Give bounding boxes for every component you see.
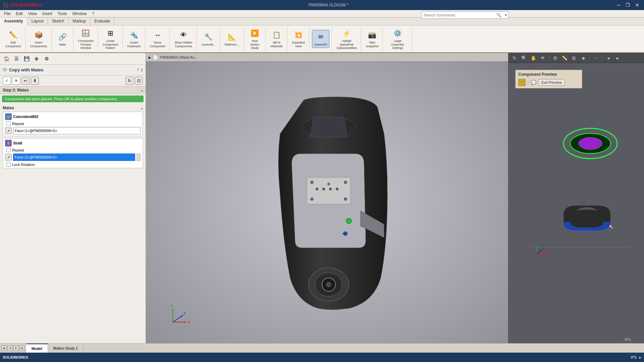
menu-help[interactable]: ? (90, 11, 97, 17)
step-collapse-btn[interactable]: ▴ (141, 88, 143, 92)
ribbon-edit-component[interactable]: ✏️ EditComponent (3, 28, 23, 50)
lock-rotation-label: Lock Rotation (12, 163, 35, 167)
svg-marker-18 (184, 321, 186, 323)
menu-tools[interactable]: Tools (55, 11, 70, 17)
ribbon-reference[interactable]: 📐 Referenc... (223, 30, 241, 48)
preview-svg: X Y Z (530, 103, 631, 271)
panel-home-btn[interactable]: 🏠 (2, 54, 11, 63)
mates-collapse-btn[interactable]: ▴ (141, 106, 143, 110)
cancel-button[interactable]: ✕ (12, 77, 20, 85)
ribbon-large-assembly[interactable]: ⚙️ Large AssemblySettings (385, 26, 410, 51)
large-assembly-icon: ⚙️ (392, 28, 403, 39)
show-hidden-label: Show HiddenComponents (174, 41, 193, 48)
rp-settings-btn[interactable]: ⚙ (551, 54, 559, 62)
ribbon-assembly[interactable]: 🔧 Assembl... (200, 30, 218, 48)
title-bar-controls: ─ ❐ ✕ (615, 2, 641, 8)
instant3d-label: Instant3D (314, 43, 327, 47)
ribbon-take-snapshot[interactable]: 📸 TakeSnapshot (364, 28, 380, 50)
tab-first-btn[interactable]: |◂ (1, 346, 7, 351)
ribbon-new-motion-study[interactable]: ▶️ NewMotionStudy (247, 26, 263, 51)
panel-target-btn[interactable]: ⊕ (32, 54, 41, 63)
viewport-canvas[interactable]: X Y Z (146, 62, 508, 343)
rp-rotate-btn[interactable]: ↻ (511, 54, 519, 62)
panel-list-btn[interactable]: ☰ (12, 54, 21, 63)
ribbon-mate[interactable]: 🔗 Mate (54, 30, 71, 48)
menu-insert[interactable]: Insert (40, 11, 55, 17)
cwm-info-icon[interactable]: ℹ (141, 68, 143, 72)
rp-more-btn[interactable]: ⋯ (592, 54, 600, 62)
back-button[interactable]: ↩ (21, 77, 30, 85)
panel-settings-btn[interactable]: ⚙ (42, 54, 51, 63)
mate-icon: 🔗 (57, 32, 68, 42)
coincident-face-input[interactable] (13, 127, 141, 134)
menu-window[interactable]: Window (70, 11, 90, 17)
assembly-label: Assembl... (202, 43, 216, 47)
slot-name-row: S Slot8 (5, 140, 141, 146)
ribbon-bill-of-materials[interactable]: 📋 Bill ofMaterials (268, 28, 285, 50)
menu-file[interactable]: File (1, 11, 13, 17)
search-input[interactable] (422, 12, 494, 18)
ribbon-linear-pattern[interactable]: ⊞ LinearComponentPattern (101, 26, 120, 51)
viewport-expand-icon[interactable]: ▸ (149, 55, 151, 60)
slot-face-btn[interactable]: ↗ (5, 154, 12, 161)
minimize-button[interactable]: ─ (615, 2, 622, 8)
expand-button[interactable]: ⊡ (135, 77, 143, 85)
rp-pan-btn[interactable]: ✋ (529, 54, 537, 62)
rp-display-btn[interactable]: ◈ (579, 54, 587, 62)
ribbon-move-component[interactable]: ↔️ MoveComponent (148, 28, 168, 50)
rp-arrow-right-btn[interactable]: ▸ (613, 54, 622, 62)
ribbon-instant3d[interactable]: 3D Instant3D (312, 30, 330, 48)
ribbon-smart-fasteners[interactable]: 🔩 SmartFasteners (125, 28, 143, 50)
svg-point-3 (310, 197, 314, 201)
search-dropdown-icon[interactable]: ▾ (503, 13, 508, 17)
tab-layout[interactable]: Layout (28, 17, 48, 25)
tab-markup[interactable]: Markup (68, 17, 90, 25)
rp-sep2 (589, 55, 590, 61)
cp-icon-btn[interactable]: 🔧 (518, 79, 526, 86)
ribbon-component-preview-window[interactable]: 🪟 ComponentPreviewWindow (76, 26, 96, 51)
svg-text:Z: Z (542, 247, 544, 251)
tab-prev-btn[interactable]: ◂ (7, 346, 13, 351)
ribbon-update-speedpak[interactable]: ⚡ Update SpeedPakSubassemblies (334, 26, 359, 51)
rp-measure-btn[interactable]: 📏 (560, 54, 569, 62)
tab-sketch[interactable]: Sketch (48, 17, 69, 25)
exit-preview-button[interactable]: Exit Preview (538, 79, 565, 86)
coincident-repeat-checkbox[interactable] (6, 121, 11, 126)
slot-repeat-checkbox[interactable] (6, 148, 11, 152)
menu-edit[interactable]: Edit (13, 11, 25, 17)
refresh-button[interactable]: ↻ (125, 77, 133, 85)
tab-last-btn[interactable]: ▸| (19, 346, 25, 351)
ribbon-show-hidden[interactable]: 👁 Show HiddenComponents (172, 28, 195, 50)
search-bar[interactable]: 🔍 ▾ (421, 11, 508, 19)
tab-next-btn[interactable]: ▸ (13, 346, 19, 351)
ribbon-exploded-view[interactable]: 💥 ExplodedView (290, 28, 307, 50)
restore-button[interactable]: ❐ (624, 2, 632, 8)
close-button[interactable]: ✕ (633, 2, 641, 8)
sw-app-label: SOLIDWORKS (3, 355, 28, 359)
slot-scrollbar[interactable] (137, 154, 141, 161)
tab-assembly[interactable]: Assembly (0, 17, 28, 25)
viewport: ▸ 📄 PM009664 (Waist As... (146, 53, 508, 343)
lock-rotation-checkbox[interactable] (6, 162, 11, 167)
step-header: Step 2: Mates ▴ (0, 86, 146, 94)
ribbon-insert-components[interactable]: 📦 InsertComponents (28, 28, 49, 50)
rp-arrow-left-btn[interactable]: ◂ (604, 54, 612, 62)
cwm-help-icon[interactable]: ? (137, 68, 139, 72)
rp-view-btn[interactable]: 👁 (539, 54, 547, 62)
rp-zoom-btn[interactable]: 🔍 (520, 54, 528, 62)
ribbon-group-show-hidden: 👁 Show HiddenComponents (170, 27, 197, 51)
panel-save-btn[interactable]: 💾 (22, 54, 31, 63)
tab-model[interactable]: Model (26, 344, 48, 353)
tab-evaluate[interactable]: Evaluate (90, 17, 114, 25)
coincident-face-btn[interactable]: ↗ (5, 127, 12, 134)
tab-motion-study-1[interactable]: Motion Study 1 (48, 344, 84, 353)
rp-section-btn[interactable]: ⊞ (570, 54, 578, 62)
menu-view[interactable]: View (25, 11, 40, 17)
status-bar-right: IPS ▸ (631, 355, 641, 360)
ribbon-group-reference: 📐 Referenc... (221, 27, 244, 51)
smart-fasteners-icon: 🔩 (129, 29, 140, 40)
slot-face-input[interactable] (13, 154, 135, 161)
ribbon-group-large-assembly: ⚙️ Large AssemblySettings (383, 27, 412, 51)
ok-button[interactable]: ✓ (3, 77, 11, 85)
forward-button[interactable]: ⬆ (31, 77, 39, 85)
